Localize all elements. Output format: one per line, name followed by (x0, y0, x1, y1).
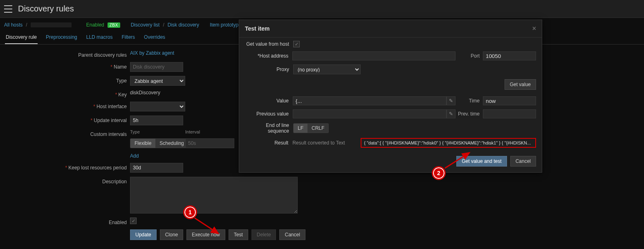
label-host-address: *Host address (245, 53, 292, 59)
sep: / (163, 22, 164, 28)
delete-button: Delete (251, 229, 276, 240)
label-eol: End of line sequence (245, 122, 293, 134)
input-interval[interactable] (185, 138, 234, 148)
label-get-from-host: Get value from host (245, 41, 293, 47)
tab-lld-macros[interactable]: LLD macros (85, 32, 114, 44)
input-keep-lost[interactable] (130, 163, 183, 173)
topbar: Discovery rules (0, 0, 644, 18)
close-icon[interactable]: × (532, 25, 536, 32)
label-result: Result (245, 140, 292, 146)
label-proxy: Proxy (245, 67, 293, 72)
label-update-interval: *Update interval (4, 116, 130, 123)
label-port: Port (456, 53, 483, 59)
annotation-1: 1 (183, 205, 197, 219)
crumb-host-redacted[interactable] (31, 22, 72, 27)
col-interval: Interval (185, 129, 240, 134)
page-title: Discovery rules (18, 4, 74, 13)
crumb-status: Enabled (86, 22, 104, 28)
seg-lf[interactable]: LF (294, 124, 307, 133)
seg-scheduling[interactable]: Scheduling (155, 139, 188, 148)
input-prev-value[interactable] (293, 109, 447, 118)
get-value-button[interactable]: Get value (505, 79, 536, 90)
get-value-and-test-button[interactable]: Get value and test (456, 156, 507, 167)
checkbox-enabled[interactable]: ✓ (130, 218, 137, 224)
input-prev-time[interactable] (483, 109, 536, 118)
clone-button[interactable]: Clone (160, 229, 183, 240)
select-host-interface[interactable] (130, 102, 185, 111)
tab-filters[interactable]: Filters (121, 32, 136, 44)
seg-crlf[interactable]: CRLF (307, 124, 328, 133)
seg-flexible[interactable]: Flexible (130, 139, 155, 148)
modal-cancel-button[interactable]: Cancel (510, 156, 536, 167)
input-host-address[interactable] (292, 51, 456, 60)
select-type[interactable]: Zabbix agent (130, 76, 185, 86)
test-button[interactable]: Test (229, 229, 248, 240)
label-type: Type (4, 76, 130, 84)
seg-eol: LF CRLF (293, 123, 329, 133)
value-key: diskDiscovery (130, 90, 160, 96)
label-description: Description (4, 177, 130, 185)
pencil-icon[interactable]: ✎ (447, 96, 456, 105)
select-proxy[interactable]: (no proxy) (293, 64, 361, 74)
execute-now-button[interactable]: Execute now (186, 229, 225, 240)
label-time: Time (456, 98, 483, 104)
input-time[interactable] (483, 96, 536, 105)
label-prev-time: Prev. time (456, 111, 483, 117)
crumb-discovery-list[interactable]: Discovery list (131, 22, 160, 28)
link-parent-template[interactable]: AIX by Zabbix agent (130, 50, 174, 56)
link-add-interval[interactable]: Add (130, 153, 139, 159)
crumb-all-hosts[interactable]: All hosts (4, 22, 22, 28)
label-custom-intervals: Custom intervals (4, 129, 130, 137)
label-name: *Name (4, 62, 130, 70)
label-key: *Key (4, 90, 130, 98)
input-description[interactable] (130, 177, 298, 213)
col-type: Type (130, 129, 185, 134)
pencil-icon[interactable]: ✎ (447, 109, 456, 118)
tab-preprocessing[interactable]: Preprocessing (45, 32, 78, 44)
seg-interval-type: Flexible Scheduling (130, 138, 188, 148)
label-host-interface: *Host interface (4, 102, 130, 109)
input-port[interactable] (483, 51, 536, 60)
input-update-interval[interactable] (130, 116, 183, 125)
checkbox-get-from-host[interactable]: ✓ (293, 41, 300, 47)
zbx-badge: ZBX (108, 22, 120, 28)
label-value: Value (245, 98, 293, 104)
sep: / (26, 22, 27, 28)
result-text: { "data":[ { "{#HDISKNAME}":"hdisk0" } {… (361, 138, 536, 148)
tab-overrides[interactable]: Overrides (143, 32, 166, 44)
input-name[interactable] (130, 62, 183, 72)
cancel-button[interactable]: Cancel (279, 229, 305, 240)
modal-title: Test item (245, 25, 269, 32)
result-hint: Result converted to Text (292, 140, 361, 146)
label-keep-lost: *Keep lost resources period (4, 163, 130, 171)
tab-discovery-rule[interactable]: Discovery rule (5, 32, 38, 44)
update-button[interactable]: Update (130, 229, 157, 240)
button-row: Update Clone Execute now Test Delete Can… (130, 229, 640, 240)
input-value[interactable] (293, 96, 447, 105)
label-parent: Parent discovery rules (4, 50, 130, 58)
test-item-modal: Test item × Get value from host ✓ *Host … (239, 20, 542, 173)
annotation-2: 2 (432, 166, 446, 180)
crumb-disk-discovery[interactable]: Disk discovery (168, 22, 199, 28)
hamburger-icon[interactable] (4, 5, 12, 13)
label-prev-value: Previous value (245, 111, 293, 117)
label-enabled: Enabled (4, 218, 130, 225)
